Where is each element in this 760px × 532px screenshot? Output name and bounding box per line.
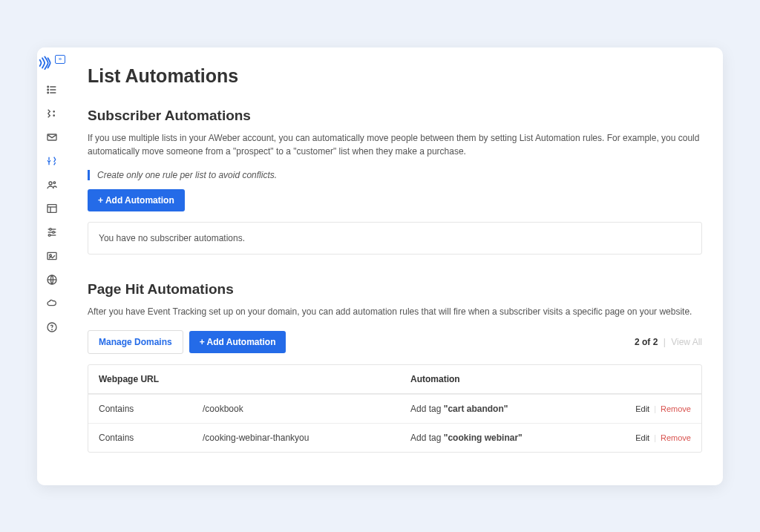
svg-point-19 xyxy=(48,234,50,236)
svg-point-6 xyxy=(53,111,54,111)
edit-link[interactable]: Edit xyxy=(635,404,649,413)
nav-list-automations-icon[interactable] xyxy=(45,154,59,168)
pagehit-heading: Page Hit Automations xyxy=(88,281,702,298)
svg-point-24 xyxy=(52,329,53,330)
remove-link[interactable]: Remove xyxy=(661,404,691,413)
remove-link[interactable]: Remove xyxy=(661,433,691,442)
row-match: Contains xyxy=(99,404,203,414)
table-row: Contains /cooking-webinar-thankyou Add t… xyxy=(88,423,701,452)
nav-messages-icon[interactable] xyxy=(45,131,59,144)
subscriber-note: Create only one rule per list to avoid c… xyxy=(88,170,702,180)
subscriber-empty-message: You have no subscriber automations. xyxy=(88,222,702,254)
subscriber-intro: If you use multiple lists in your AWeber… xyxy=(88,131,702,158)
subscriber-heading: Subscriber Automations xyxy=(88,108,702,124)
svg-rect-11 xyxy=(48,204,56,212)
expand-sidebar-button[interactable]: » xyxy=(55,55,65,64)
nav-web-icon[interactable] xyxy=(45,273,59,286)
svg-point-9 xyxy=(49,182,52,185)
nav-landing-pages-icon[interactable] xyxy=(45,249,59,263)
col-automation-header: Automation xyxy=(410,374,691,384)
nav-subscribers-icon[interactable] xyxy=(45,178,59,191)
aweber-logo-icon xyxy=(39,55,53,70)
app-window: » xyxy=(37,47,723,485)
nav-integrations-icon[interactable] xyxy=(45,297,59,310)
logo-wrap: » xyxy=(39,55,65,70)
row-action: Add tag "cart abandon" xyxy=(410,404,635,414)
nav-automation-icon[interactable] xyxy=(45,107,59,120)
add-subscriber-automation-button[interactable]: + Add Automation xyxy=(88,189,185,211)
col-url-header: Webpage URL xyxy=(99,374,307,384)
svg-point-0 xyxy=(48,86,49,88)
svg-point-10 xyxy=(53,182,56,184)
row-match: Contains xyxy=(99,433,203,443)
table-header: Webpage URL Automation xyxy=(88,365,701,394)
nav-list-icon[interactable] xyxy=(45,83,59,96)
pagehit-count: 2 of 2 xyxy=(635,337,658,347)
svg-point-2 xyxy=(48,89,49,91)
page-title: List Automations xyxy=(88,65,702,87)
nav-help-icon[interactable] xyxy=(45,321,59,334)
pagehit-intro: After you have Event Tracking set up on … xyxy=(88,305,702,318)
row-url: /cookbook xyxy=(203,404,410,414)
edit-link[interactable]: Edit xyxy=(635,433,649,442)
view-all-link[interactable]: View All xyxy=(671,337,702,347)
nav-reports-icon[interactable] xyxy=(45,202,59,215)
add-pagehit-automation-button[interactable]: + Add Automation xyxy=(189,331,286,353)
svg-point-4 xyxy=(48,92,49,93)
svg-point-17 xyxy=(53,231,55,233)
pagehit-pagination: 2 of 2 | View All xyxy=(635,337,702,347)
row-action: Add tag "cooking webinar" xyxy=(410,433,635,443)
svg-point-15 xyxy=(50,228,52,230)
nav-sliders-icon[interactable] xyxy=(45,226,59,239)
svg-point-7 xyxy=(53,115,54,116)
row-url: /cooking-webinar-thankyou xyxy=(203,433,410,443)
table-row: Contains /cookbook Add tag "cart abandon… xyxy=(88,394,701,423)
main-content: List Automations Subscriber Automations … xyxy=(67,47,723,485)
sidebar: » xyxy=(37,47,67,485)
manage-domains-button[interactable]: Manage Domains xyxy=(88,330,183,354)
pagehit-table: Webpage URL Automation Contains /cookboo… xyxy=(88,364,702,453)
